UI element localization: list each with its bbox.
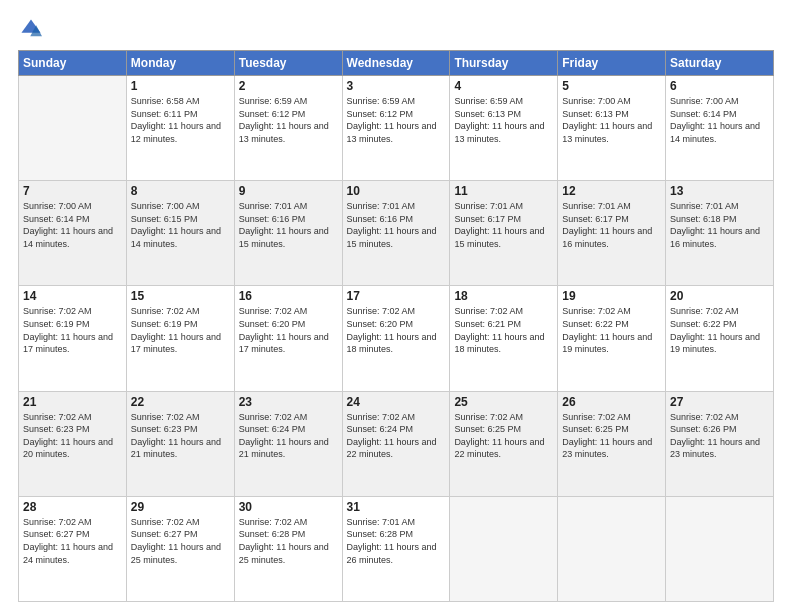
weekday-header-thursday: Thursday [450, 51, 558, 76]
calendar-cell: 15 Sunrise: 7:02 AM Sunset: 6:19 PM Dayl… [126, 286, 234, 391]
day-number: 29 [131, 500, 230, 514]
sunset-label: Sunset: 6:21 PM [454, 319, 521, 329]
daylight-label: Daylight: 11 hours and 26 minutes. [347, 542, 437, 565]
calendar-week-row: 14 Sunrise: 7:02 AM Sunset: 6:19 PM Dayl… [19, 286, 774, 391]
daylight-label: Daylight: 11 hours and 14 minutes. [670, 121, 760, 144]
calendar-cell: 1 Sunrise: 6:58 AM Sunset: 6:11 PM Dayli… [126, 76, 234, 181]
calendar-cell: 17 Sunrise: 7:02 AM Sunset: 6:20 PM Dayl… [342, 286, 450, 391]
day-info: Sunrise: 7:01 AM Sunset: 6:16 PM Dayligh… [347, 200, 446, 250]
day-info: Sunrise: 6:58 AM Sunset: 6:11 PM Dayligh… [131, 95, 230, 145]
daylight-label: Daylight: 11 hours and 25 minutes. [239, 542, 329, 565]
header [18, 18, 774, 40]
calendar-cell: 5 Sunrise: 7:00 AM Sunset: 6:13 PM Dayli… [558, 76, 666, 181]
calendar-cell: 25 Sunrise: 7:02 AM Sunset: 6:25 PM Dayl… [450, 391, 558, 496]
calendar-cell: 6 Sunrise: 7:00 AM Sunset: 6:14 PM Dayli… [666, 76, 774, 181]
day-number: 3 [347, 79, 446, 93]
weekday-header-wednesday: Wednesday [342, 51, 450, 76]
sunrise-label: Sunrise: 7:02 AM [670, 306, 739, 316]
calendar-cell: 24 Sunrise: 7:02 AM Sunset: 6:24 PM Dayl… [342, 391, 450, 496]
calendar-week-row: 21 Sunrise: 7:02 AM Sunset: 6:23 PM Dayl… [19, 391, 774, 496]
sunset-label: Sunset: 6:23 PM [131, 424, 198, 434]
sunset-label: Sunset: 6:15 PM [131, 214, 198, 224]
daylight-label: Daylight: 11 hours and 15 minutes. [454, 226, 544, 249]
sunrise-label: Sunrise: 7:02 AM [239, 517, 308, 527]
sunset-label: Sunset: 6:20 PM [239, 319, 306, 329]
day-info: Sunrise: 7:02 AM Sunset: 6:28 PM Dayligh… [239, 516, 338, 566]
sunset-label: Sunset: 6:24 PM [347, 424, 414, 434]
day-number: 27 [670, 395, 769, 409]
calendar-cell: 22 Sunrise: 7:02 AM Sunset: 6:23 PM Dayl… [126, 391, 234, 496]
day-info: Sunrise: 7:02 AM Sunset: 6:20 PM Dayligh… [239, 305, 338, 355]
day-info: Sunrise: 7:02 AM Sunset: 6:19 PM Dayligh… [23, 305, 122, 355]
sunrise-label: Sunrise: 7:01 AM [347, 517, 416, 527]
sunset-label: Sunset: 6:18 PM [670, 214, 737, 224]
weekday-header-sunday: Sunday [19, 51, 127, 76]
daylight-label: Daylight: 11 hours and 21 minutes. [239, 437, 329, 460]
sunrise-label: Sunrise: 7:01 AM [562, 201, 631, 211]
daylight-label: Daylight: 11 hours and 16 minutes. [562, 226, 652, 249]
sunrise-label: Sunrise: 7:01 AM [670, 201, 739, 211]
sunset-label: Sunset: 6:22 PM [562, 319, 629, 329]
day-number: 17 [347, 289, 446, 303]
daylight-label: Daylight: 11 hours and 22 minutes. [347, 437, 437, 460]
sunrise-label: Sunrise: 7:01 AM [454, 201, 523, 211]
day-number: 15 [131, 289, 230, 303]
day-number: 16 [239, 289, 338, 303]
sunrise-label: Sunrise: 7:02 AM [23, 412, 92, 422]
day-info: Sunrise: 7:02 AM Sunset: 6:25 PM Dayligh… [562, 411, 661, 461]
day-info: Sunrise: 6:59 AM Sunset: 6:13 PM Dayligh… [454, 95, 553, 145]
calendar-week-row: 1 Sunrise: 6:58 AM Sunset: 6:11 PM Dayli… [19, 76, 774, 181]
day-number: 30 [239, 500, 338, 514]
calendar-cell: 20 Sunrise: 7:02 AM Sunset: 6:22 PM Dayl… [666, 286, 774, 391]
day-number: 26 [562, 395, 661, 409]
day-number: 21 [23, 395, 122, 409]
day-number: 4 [454, 79, 553, 93]
day-number: 23 [239, 395, 338, 409]
calendar-cell: 3 Sunrise: 6:59 AM Sunset: 6:12 PM Dayli… [342, 76, 450, 181]
sunset-label: Sunset: 6:13 PM [454, 109, 521, 119]
sunrise-label: Sunrise: 7:02 AM [131, 306, 200, 316]
page: SundayMondayTuesdayWednesdayThursdayFrid… [0, 0, 792, 612]
weekday-header-monday: Monday [126, 51, 234, 76]
weekday-header-friday: Friday [558, 51, 666, 76]
sunrise-label: Sunrise: 7:02 AM [131, 517, 200, 527]
sunrise-label: Sunrise: 7:02 AM [562, 306, 631, 316]
calendar-cell: 14 Sunrise: 7:02 AM Sunset: 6:19 PM Dayl… [19, 286, 127, 391]
day-number: 6 [670, 79, 769, 93]
daylight-label: Daylight: 11 hours and 14 minutes. [131, 226, 221, 249]
sunset-label: Sunset: 6:16 PM [347, 214, 414, 224]
day-number: 9 [239, 184, 338, 198]
day-number: 1 [131, 79, 230, 93]
day-number: 31 [347, 500, 446, 514]
calendar-cell: 19 Sunrise: 7:02 AM Sunset: 6:22 PM Dayl… [558, 286, 666, 391]
day-info: Sunrise: 7:00 AM Sunset: 6:14 PM Dayligh… [23, 200, 122, 250]
calendar-cell: 29 Sunrise: 7:02 AM Sunset: 6:27 PM Dayl… [126, 496, 234, 601]
daylight-label: Daylight: 11 hours and 24 minutes. [23, 542, 113, 565]
sunset-label: Sunset: 6:19 PM [23, 319, 90, 329]
sunset-label: Sunset: 6:25 PM [562, 424, 629, 434]
calendar-cell [450, 496, 558, 601]
daylight-label: Daylight: 11 hours and 18 minutes. [454, 332, 544, 355]
daylight-label: Daylight: 11 hours and 14 minutes. [23, 226, 113, 249]
sunrise-label: Sunrise: 6:58 AM [131, 96, 200, 106]
day-info: Sunrise: 7:02 AM Sunset: 6:23 PM Dayligh… [131, 411, 230, 461]
day-info: Sunrise: 7:02 AM Sunset: 6:20 PM Dayligh… [347, 305, 446, 355]
day-info: Sunrise: 7:02 AM Sunset: 6:25 PM Dayligh… [454, 411, 553, 461]
calendar-cell: 12 Sunrise: 7:01 AM Sunset: 6:17 PM Dayl… [558, 181, 666, 286]
day-number: 22 [131, 395, 230, 409]
sunset-label: Sunset: 6:16 PM [239, 214, 306, 224]
daylight-label: Daylight: 11 hours and 19 minutes. [562, 332, 652, 355]
sunset-label: Sunset: 6:17 PM [562, 214, 629, 224]
sunset-label: Sunset: 6:20 PM [347, 319, 414, 329]
sunset-label: Sunset: 6:22 PM [670, 319, 737, 329]
daylight-label: Daylight: 11 hours and 18 minutes. [347, 332, 437, 355]
sunrise-label: Sunrise: 7:02 AM [131, 412, 200, 422]
daylight-label: Daylight: 11 hours and 21 minutes. [131, 437, 221, 460]
sunrise-label: Sunrise: 7:02 AM [670, 412, 739, 422]
logo-icon [20, 18, 42, 40]
calendar-cell: 9 Sunrise: 7:01 AM Sunset: 6:16 PM Dayli… [234, 181, 342, 286]
calendar-cell: 31 Sunrise: 7:01 AM Sunset: 6:28 PM Dayl… [342, 496, 450, 601]
calendar-cell [19, 76, 127, 181]
day-number: 13 [670, 184, 769, 198]
day-info: Sunrise: 7:01 AM Sunset: 6:18 PM Dayligh… [670, 200, 769, 250]
